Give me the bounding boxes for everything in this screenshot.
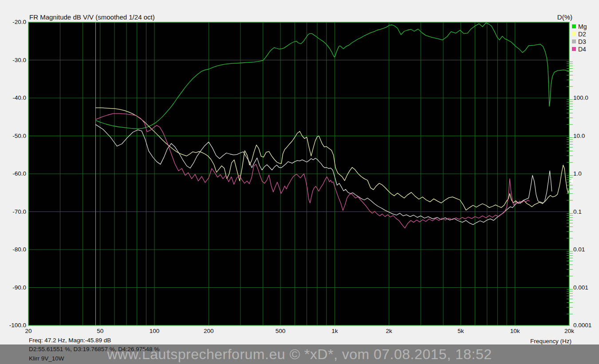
legend-swatch-icon bbox=[572, 32, 576, 36]
legend-item-d2: D2 bbox=[572, 30, 586, 38]
y-left-tick-label: -40.0 bbox=[2, 95, 26, 101]
x-tick-label: 50 bbox=[97, 328, 103, 334]
legend-swatch-icon bbox=[572, 39, 576, 43]
x-tick-label: 1k bbox=[331, 328, 338, 334]
legend-item-d3: D3 bbox=[572, 38, 586, 45]
legend-item-d4: D4 bbox=[572, 45, 586, 53]
fr-plot-canvas[interactable] bbox=[0, 0, 599, 364]
legend-swatch-icon bbox=[572, 24, 576, 28]
x-tick-label: 500 bbox=[276, 328, 286, 334]
x-tick-label: 100 bbox=[150, 328, 160, 334]
y-left-tick-label: -70.0 bbox=[2, 209, 26, 215]
legend-item-mg: Mg bbox=[572, 23, 587, 30]
x-tick-label: 200 bbox=[204, 328, 214, 334]
cursor-readout: Freq: 47.2 Hz, Magn:-45.89 dB bbox=[29, 337, 111, 344]
legend-label: Mg bbox=[578, 23, 587, 30]
x-axis-title: Frequency (Hz) bbox=[530, 338, 571, 344]
y-right-tick-label: 100.0 bbox=[573, 95, 588, 101]
y-left-tick-label: -90.0 bbox=[2, 285, 26, 291]
x-tick-label: 10k bbox=[510, 328, 520, 334]
legend-label: D2 bbox=[578, 31, 586, 37]
x-tick-label: 20 bbox=[25, 328, 32, 334]
y-left-tick-label: -50.0 bbox=[2, 133, 26, 139]
y-right-tick-label: 1.0 bbox=[573, 171, 582, 177]
y-left-tick-label: -30.0 bbox=[2, 57, 26, 63]
y-right-tick-label: 0.1 bbox=[573, 209, 582, 215]
y-right-tick-label: 10.0 bbox=[573, 133, 585, 139]
distortion-readout: D2:55.61551 %, D3:19.76857 %, D4:26.9754… bbox=[29, 346, 159, 352]
y-left-tick-label: -60.0 bbox=[2, 171, 26, 177]
y-right-tick-label: 0.0001 bbox=[573, 322, 591, 329]
x-tick-label: 20k bbox=[564, 328, 574, 334]
y-right-tick-label: 0.001 bbox=[573, 285, 588, 291]
x-tick-label: 2k bbox=[386, 328, 392, 334]
measurement-name: Klirr 9V_10W bbox=[29, 355, 64, 362]
legend-label: D4 bbox=[578, 46, 586, 52]
legend-label: D3 bbox=[578, 39, 586, 45]
y-left-tick-label: -20.0 bbox=[2, 19, 26, 25]
y-right-tick-label: 0.01 bbox=[573, 247, 585, 253]
y-left-tick-label: -100.0 bbox=[2, 322, 26, 329]
x-tick-label: 5k bbox=[457, 328, 464, 334]
legend-swatch-icon bbox=[572, 47, 576, 51]
y-left-tick-label: -80.0 bbox=[2, 247, 26, 253]
measurement-window: FR Magnitude dB V/V (smoothed 1/24 oct) … bbox=[0, 0, 599, 364]
